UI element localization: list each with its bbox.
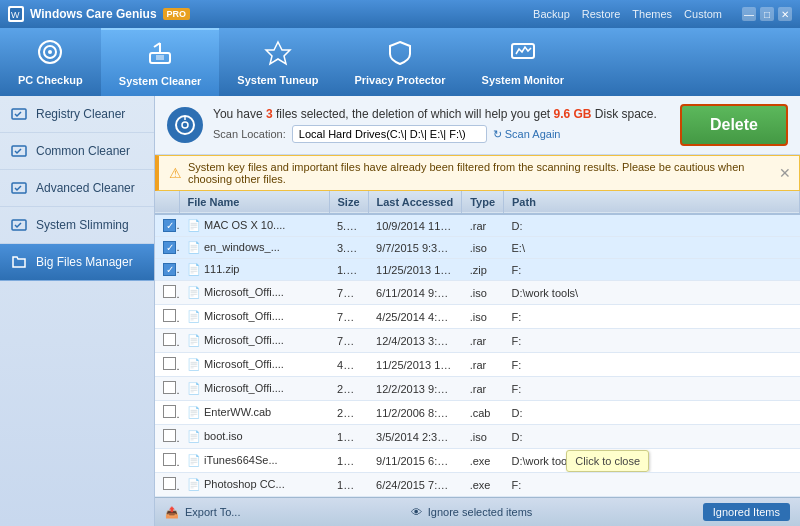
sidebar-label-advanced-cleaner: Advanced Cleaner (36, 181, 135, 195)
svg-marker-9 (266, 42, 290, 64)
checkbox-1[interactable]: ✓ (163, 241, 176, 254)
scan-again-button[interactable]: ↻ Scan Again (493, 128, 561, 141)
custom-link[interactable]: Custom (684, 8, 722, 20)
file-path-6: F: (504, 353, 800, 377)
row-checkbox-7[interactable] (155, 377, 179, 401)
table-row: 📄Microsoft_Offi.... 755.5 MB 6/11/2014 9… (155, 281, 800, 305)
checkbox-3[interactable] (163, 285, 176, 298)
nav-item-system-monitor[interactable]: System Monitor (464, 28, 583, 96)
ignore-selected-button[interactable]: 👁 Ignore selected items (411, 506, 533, 518)
table-row: 📄EnterWW.cab 252.6 MB 11/2/2006 8:39:48 … (155, 401, 800, 425)
file-size-4: 755.5 MB (329, 305, 368, 329)
file-name-0: 📄MAC OS X 10.... (179, 214, 329, 237)
file-path-4: F: (504, 305, 800, 329)
export-button[interactable]: 📤 Export To... (165, 506, 240, 519)
row-checkbox-1[interactable]: ✓ (155, 237, 179, 259)
file-date-11: 6/24/2015 7:29:15 PM (368, 473, 462, 497)
checkbox-4[interactable] (163, 309, 176, 322)
delete-button[interactable]: Delete (680, 104, 788, 146)
file-path-7: F: (504, 377, 800, 401)
file-icon-6: 📄 (187, 358, 201, 370)
file-date-1: 9/7/2015 9:31:08 AM (368, 237, 462, 259)
maximize-button[interactable]: □ (760, 7, 774, 21)
col-type[interactable]: Type (462, 191, 504, 214)
nav-label-privacy-protector: Privacy Protector (354, 74, 445, 86)
checkbox-8[interactable] (163, 405, 176, 418)
sidebar-item-common-cleaner[interactable]: Common Cleaner (0, 133, 154, 170)
sidebar-item-registry-cleaner[interactable]: Registry Cleaner (0, 96, 154, 133)
table-row: 📄Photoshop CC... 133.2 MB 6/24/2015 7:29… (155, 473, 800, 497)
checkbox-2[interactable]: ✓ (163, 263, 176, 276)
file-name-4: 📄Microsoft_Offi.... (179, 305, 329, 329)
row-checkbox-10[interactable] (155, 449, 179, 473)
file-icon-9: 📄 (187, 430, 201, 442)
file-name-2: 📄111.zip (179, 259, 329, 281)
row-checkbox-6[interactable] (155, 353, 179, 377)
table-row: ✓ 📄MAC OS X 10.... 5.2 GB 10/9/2014 11:5… (155, 214, 800, 237)
file-icon-1: 📄 (187, 241, 201, 253)
nav-item-pc-checkup[interactable]: PC Checkup (0, 28, 101, 96)
restore-link[interactable]: Restore (582, 8, 621, 20)
sidebar-label-registry-cleaner: Registry Cleaner (36, 107, 125, 121)
warning-close-button[interactable]: ✕ (779, 165, 791, 181)
file-icon-2: 📄 (187, 263, 201, 275)
row-checkbox-3[interactable] (155, 281, 179, 305)
row-checkbox-5[interactable] (155, 329, 179, 353)
title-bar-actions: Backup Restore Themes Custom — □ ✕ (533, 7, 792, 21)
file-type-8: .cab (462, 401, 504, 425)
checkbox-7[interactable] (163, 381, 176, 394)
sidebar-item-system-slimming[interactable]: System Slimming (0, 207, 154, 244)
col-last-accessed[interactable]: Last Accessed (368, 191, 462, 214)
scan-location-select[interactable]: Local Hard Drives(C:\| D:\| E:\| F:\) (292, 125, 487, 143)
file-name-11: 📄Photoshop CC... (179, 473, 329, 497)
backup-link[interactable]: Backup (533, 8, 570, 20)
checkbox-11[interactable] (163, 477, 176, 490)
row-checkbox-4[interactable] (155, 305, 179, 329)
row-checkbox-11[interactable] (155, 473, 179, 497)
scan-again-label: Scan Again (505, 128, 561, 140)
checkbox-10[interactable] (163, 453, 176, 466)
nav-label-system-monitor: System Monitor (482, 74, 565, 86)
file-type-11: .exe (462, 473, 504, 497)
themes-link[interactable]: Themes (632, 8, 672, 20)
file-date-6: 11/25/2013 10:21:00 ... (368, 353, 462, 377)
checkbox-9[interactable] (163, 429, 176, 442)
row-checkbox-8[interactable] (155, 401, 179, 425)
file-date-2: 11/25/2013 12:07:12 ... (368, 259, 462, 281)
app-title: Windows Care Genius (30, 7, 157, 21)
file-type-3: .iso (462, 281, 504, 305)
main-content: Registry Cleaner Common Cleaner Advanced… (0, 96, 800, 526)
row-checkbox-0[interactable]: ✓ (155, 214, 179, 237)
sidebar-item-advanced-cleaner[interactable]: Advanced Cleaner (0, 170, 154, 207)
nav-item-privacy-protector[interactable]: Privacy Protector (336, 28, 463, 96)
checkbox-0[interactable]: ✓ (163, 219, 176, 232)
checkbox-5[interactable] (163, 333, 176, 346)
close-button[interactable]: ✕ (778, 7, 792, 21)
pro-badge: PRO (163, 8, 191, 20)
sidebar-item-big-files-manager[interactable]: Big Files Manager (0, 244, 154, 281)
ignored-items-button[interactable]: Ignored Items (703, 503, 790, 521)
col-filename[interactable]: File Name (179, 191, 329, 214)
file-type-0: .rar (462, 214, 504, 237)
file-size-10: 148.6 MB (329, 449, 368, 473)
file-date-7: 12/2/2013 9:54:15 AM (368, 377, 462, 401)
row-checkbox-9[interactable] (155, 425, 179, 449)
nav-item-system-cleaner[interactable]: System Cleaner (101, 28, 220, 96)
file-type-7: .rar (462, 377, 504, 401)
warning-icon: ⚠ (169, 165, 182, 181)
row-checkbox-2[interactable]: ✓ (155, 259, 179, 281)
col-path[interactable]: Path (504, 191, 800, 214)
nav-item-system-tuneup[interactable]: System Tuneup (219, 28, 336, 96)
minimize-button[interactable]: — (742, 7, 756, 21)
file-type-9: .iso (462, 425, 504, 449)
file-size-5: 748.7 MB (329, 329, 368, 353)
col-size[interactable]: Size (329, 191, 368, 214)
checkbox-6[interactable] (163, 357, 176, 370)
title-bar: W Windows Care Genius PRO Backup Restore… (0, 0, 800, 28)
file-path-1: E:\ (504, 237, 800, 259)
file-table-wrapper[interactable]: File Name Size Last Accessed Type Path ✓… (155, 191, 800, 497)
nav-label-pc-checkup: PC Checkup (18, 74, 83, 86)
file-icon-4: 📄 (187, 310, 201, 322)
file-name-8: 📄EnterWW.cab (179, 401, 329, 425)
file-path-2: F: (504, 259, 800, 281)
